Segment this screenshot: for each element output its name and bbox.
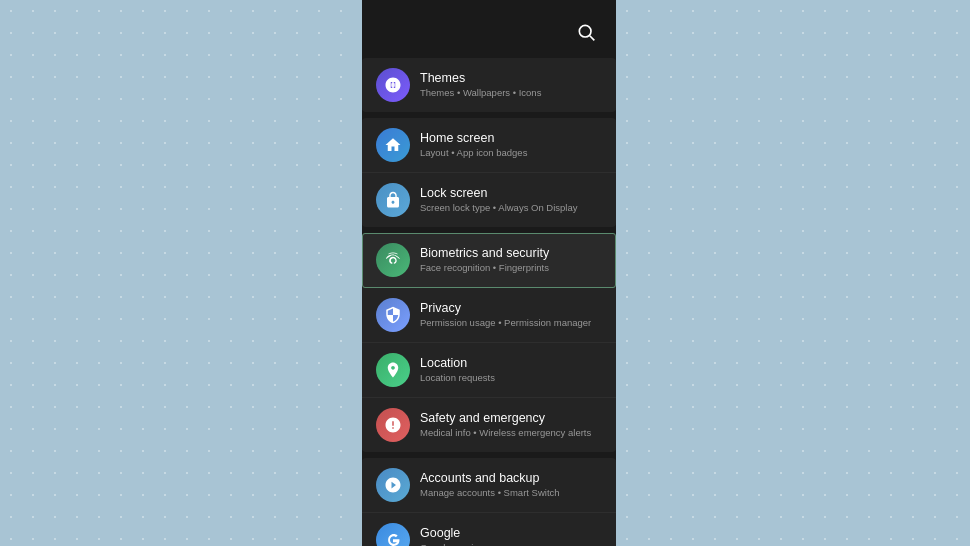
privacy-text: PrivacyPermission usage • Permission man… — [420, 300, 602, 330]
accounts-subtitle: Manage accounts • Smart Switch — [420, 487, 602, 499]
lock-screen-subtitle: Screen lock type • Always On Display — [420, 202, 602, 214]
privacy-icon — [376, 298, 410, 332]
biometrics-subtitle: Face recognition • Fingerprints — [420, 262, 602, 274]
themes-subtitle: Themes • Wallpapers • Icons — [420, 87, 602, 99]
search-button[interactable] — [572, 18, 600, 46]
biometrics-icon — [376, 243, 410, 277]
themes-title: Themes — [420, 70, 602, 86]
safety-icon — [376, 408, 410, 442]
settings-header — [362, 0, 616, 58]
menu-section-0: ThemesThemes • Wallpapers • Icons — [362, 58, 616, 112]
menu-item-themes[interactable]: ThemesThemes • Wallpapers • Icons — [362, 58, 616, 112]
location-subtitle: Location requests — [420, 372, 602, 384]
themes-text: ThemesThemes • Wallpapers • Icons — [420, 70, 602, 100]
menu-section-2: Biometrics and securityFace recognition … — [362, 233, 616, 452]
privacy-subtitle: Permission usage • Permission manager — [420, 317, 602, 329]
biometrics-title: Biometrics and security — [420, 245, 602, 261]
menu-item-location[interactable]: LocationLocation requests — [362, 343, 616, 398]
menu-item-home-screen[interactable]: Home screenLayout • App icon badges — [362, 118, 616, 173]
google-subtitle: Google services — [420, 542, 602, 546]
svg-line-1 — [590, 36, 595, 41]
home-screen-title: Home screen — [420, 130, 602, 146]
svg-point-0 — [579, 25, 591, 37]
google-title: Google — [420, 525, 602, 541]
menu-item-lock-screen[interactable]: Lock screenScreen lock type • Always On … — [362, 173, 616, 227]
google-text: GoogleGoogle services — [420, 525, 602, 546]
privacy-title: Privacy — [420, 300, 602, 316]
menu-list: ThemesThemes • Wallpapers • IconsHome sc… — [362, 58, 616, 546]
home-screen-subtitle: Layout • App icon badges — [420, 147, 602, 159]
google-icon — [376, 523, 410, 546]
menu-item-accounts[interactable]: Accounts and backupManage accounts • Sma… — [362, 458, 616, 513]
lock-screen-icon — [376, 183, 410, 217]
search-icon — [576, 22, 596, 42]
home-screen-icon — [376, 128, 410, 162]
svg-point-2 — [391, 83, 396, 88]
accounts-icon — [376, 468, 410, 502]
themes-icon — [376, 68, 410, 102]
biometrics-text: Biometrics and securityFace recognition … — [420, 245, 602, 275]
location-text: LocationLocation requests — [420, 355, 602, 385]
safety-title: Safety and emergency — [420, 410, 602, 426]
safety-subtitle: Medical info • Wireless emergency alerts — [420, 427, 602, 439]
home-screen-text: Home screenLayout • App icon badges — [420, 130, 602, 160]
menu-item-safety[interactable]: Safety and emergencyMedical info • Wirel… — [362, 398, 616, 452]
accounts-title: Accounts and backup — [420, 470, 602, 486]
lock-screen-text: Lock screenScreen lock type • Always On … — [420, 185, 602, 215]
lock-screen-title: Lock screen — [420, 185, 602, 201]
menu-section-1: Home screenLayout • App icon badgesLock … — [362, 118, 616, 227]
menu-section-3: Accounts and backupManage accounts • Sma… — [362, 458, 616, 546]
settings-panel: ThemesThemes • Wallpapers • IconsHome sc… — [362, 0, 616, 546]
menu-item-privacy[interactable]: PrivacyPermission usage • Permission man… — [362, 288, 616, 343]
location-title: Location — [420, 355, 602, 371]
menu-item-biometrics[interactable]: Biometrics and securityFace recognition … — [362, 233, 616, 288]
safety-text: Safety and emergencyMedical info • Wirel… — [420, 410, 602, 440]
location-icon — [376, 353, 410, 387]
menu-item-google[interactable]: GoogleGoogle services — [362, 513, 616, 546]
accounts-text: Accounts and backupManage accounts • Sma… — [420, 470, 602, 500]
